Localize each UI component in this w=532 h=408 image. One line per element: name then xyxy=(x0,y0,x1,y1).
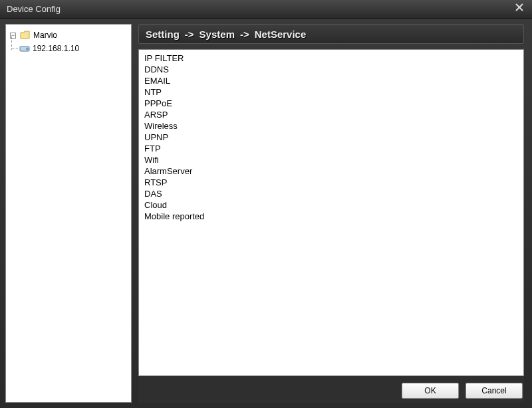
titlebar: Device Config xyxy=(0,0,532,19)
list-item[interactable]: NTP xyxy=(143,86,519,98)
list-item[interactable]: Mobile reported xyxy=(143,211,519,222)
list-item[interactable]: PPPoE xyxy=(143,98,519,109)
breadcrumb-seg-system: System xyxy=(200,29,235,40)
breadcrumb-seg-netservice: NetService xyxy=(255,29,307,40)
list-item[interactable]: RTSP xyxy=(143,177,519,188)
cancel-button[interactable]: Cancel xyxy=(466,383,523,399)
list-item[interactable]: EMAIL xyxy=(143,75,519,86)
list-item[interactable]: ARSP xyxy=(143,109,519,120)
list-item[interactable]: IP FILTER xyxy=(143,52,519,64)
list-item[interactable]: DDNS xyxy=(143,64,519,75)
netservice-listbox[interactable]: IP FILTER DDNS EMAIL NTP PPPoE ARSP Wire… xyxy=(138,49,524,376)
main-panel: Setting -> System -> NetService IP FILTE… xyxy=(138,24,527,403)
folder-icon xyxy=(20,31,31,40)
window-body: − Marvio 192.168.1.10 xyxy=(0,19,532,408)
close-button[interactable] xyxy=(511,3,528,16)
button-row: OK Cancel xyxy=(138,381,524,403)
tree-root-label: Marvio xyxy=(33,29,57,41)
ok-button[interactable]: OK xyxy=(402,383,459,399)
tree-device-node[interactable]: 192.168.1.10 xyxy=(18,42,128,55)
list-item[interactable]: Wireless xyxy=(143,120,519,132)
tree-root-node[interactable]: − Marvio xyxy=(9,29,128,42)
list-item[interactable]: AlarmServer xyxy=(143,165,519,177)
list-item[interactable]: Cloud xyxy=(143,199,519,211)
device-config-window: Device Config − Marvio xyxy=(0,0,532,408)
list-item[interactable]: UPNP xyxy=(143,132,519,143)
window-title: Device Config xyxy=(7,4,61,14)
content-panel: IP FILTER DDNS EMAIL NTP PPPoE ARSP Wire… xyxy=(138,49,524,403)
breadcrumb: Setting -> System -> NetService xyxy=(138,24,524,44)
device-icon xyxy=(19,44,30,53)
breadcrumb-sep-icon: -> xyxy=(240,29,249,40)
svg-point-3 xyxy=(26,48,29,51)
list-item[interactable]: FTP xyxy=(143,143,519,154)
list-item[interactable]: DAS xyxy=(143,188,519,199)
list-item[interactable]: Wifi xyxy=(143,154,519,165)
device-tree: − Marvio 192.168.1.10 xyxy=(5,24,132,403)
breadcrumb-sep-icon: -> xyxy=(185,29,194,40)
tree-device-label: 192.168.1.10 xyxy=(33,43,79,54)
close-icon xyxy=(514,2,525,16)
breadcrumb-seg-setting: Setting xyxy=(146,29,180,40)
